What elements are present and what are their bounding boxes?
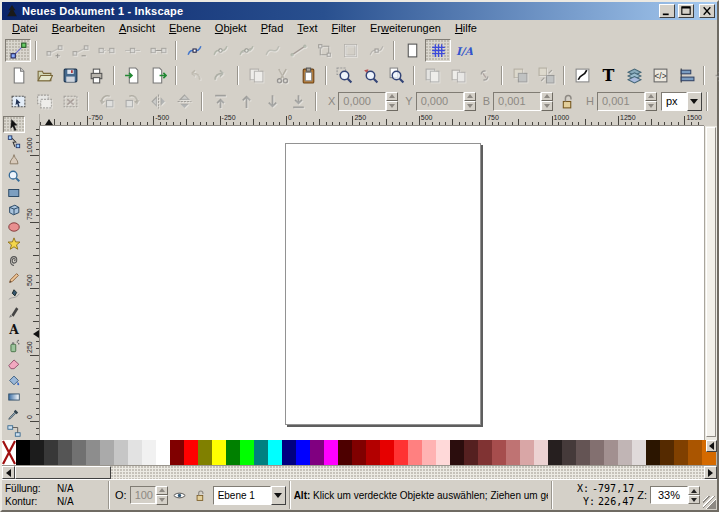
scroll-left-button[interactable]	[2, 466, 15, 479]
menu-ebene[interactable]: Ebene	[162, 21, 208, 36]
copy-button[interactable]	[243, 64, 269, 87]
rect-tool[interactable]	[3, 184, 25, 201]
zoom-drawing-button[interactable]	[357, 64, 383, 87]
deselect-button[interactable]	[57, 90, 83, 113]
flip-vertical-button[interactable]	[171, 90, 197, 113]
clone-button[interactable]	[445, 64, 471, 87]
stroke-to-path-button[interactable]	[337, 39, 363, 62]
preferences-button[interactable]	[709, 64, 719, 87]
rotate-ccw-button[interactable]	[93, 90, 119, 113]
guides-toggle-button[interactable]: I/A	[451, 39, 477, 62]
palette-swatch[interactable]	[674, 440, 688, 465]
minimize-button[interactable]	[659, 4, 675, 18]
horizontal-ruler[interactable]: -750-500-2500250500750100012501500	[40, 114, 704, 126]
align-dialog-button[interactable]	[673, 64, 699, 87]
open-button[interactable]	[31, 64, 57, 87]
node-auto-button[interactable]	[363, 39, 389, 62]
palette-swatch[interactable]	[268, 440, 282, 465]
lock-open-button[interactable]	[553, 90, 579, 113]
segment-line-button[interactable]	[285, 39, 311, 62]
palette-swatch[interactable]	[324, 440, 338, 465]
palette-swatch[interactable]	[198, 440, 212, 465]
width-input[interactable]: 0,001	[493, 92, 553, 111]
selector-tool[interactable]	[3, 116, 25, 133]
palette-swatch[interactable]	[310, 440, 324, 465]
node-insert-button[interactable]	[41, 39, 67, 62]
menu-ansicht[interactable]: Ansicht	[112, 21, 162, 36]
height-input[interactable]: 0,001	[597, 92, 657, 111]
canvas[interactable]	[40, 126, 704, 440]
node-cusp-button[interactable]	[181, 39, 207, 62]
palette-swatch[interactable]	[548, 440, 562, 465]
gradient-tool[interactable]	[3, 388, 25, 405]
palette-swatch[interactable]	[170, 440, 184, 465]
close-button[interactable]	[699, 4, 715, 18]
show-outline-button[interactable]	[399, 39, 425, 62]
zoom-down-button[interactable]	[688, 495, 700, 504]
palette-swatch[interactable]	[618, 440, 632, 465]
dropper-tool[interactable]	[3, 405, 25, 422]
new-document-button[interactable]	[5, 64, 31, 87]
group-button[interactable]	[507, 64, 533, 87]
palette-swatch[interactable]	[114, 440, 128, 465]
layer-selector[interactable]: Ebene 1	[213, 486, 286, 505]
star-tool[interactable]	[3, 235, 25, 252]
zoom-tool[interactable]	[3, 167, 25, 184]
palette-swatch-none[interactable]	[2, 440, 16, 465]
eraser-tool[interactable]	[3, 354, 25, 371]
layer-lock-button[interactable]	[191, 487, 208, 504]
node-edit-button[interactable]	[5, 39, 31, 62]
node-break-button[interactable]	[93, 39, 119, 62]
layer-visibility-button[interactable]	[171, 487, 188, 504]
palette-swatch[interactable]	[562, 440, 576, 465]
palette-swatch[interactable]	[30, 440, 44, 465]
palette-swatch[interactable]	[58, 440, 72, 465]
select-all-layers-button[interactable]	[31, 90, 57, 113]
palette-swatch[interactable]	[240, 440, 254, 465]
palette-swatch[interactable]	[226, 440, 240, 465]
resize-grip[interactable]	[703, 496, 716, 509]
palette-swatch[interactable]	[632, 440, 646, 465]
palette-swatch[interactable]	[394, 440, 408, 465]
node-symmetric-button[interactable]	[233, 39, 259, 62]
unlink-clone-button[interactable]	[471, 64, 497, 87]
redo-button[interactable]	[207, 64, 233, 87]
y-input[interactable]: 0,000	[416, 92, 476, 111]
pencil-tool[interactable]	[3, 269, 25, 286]
export-button[interactable]	[145, 64, 171, 87]
fill-stroke-dialog-button[interactable]	[569, 64, 595, 87]
vertical-ruler[interactable]: 10007505002500	[26, 126, 40, 440]
palette-swatch[interactable]	[128, 440, 142, 465]
flip-horizontal-button[interactable]	[145, 90, 171, 113]
palette-swatch[interactable]	[72, 440, 86, 465]
palette-swatch[interactable]	[534, 440, 548, 465]
opacity-spinner[interactable]: 100	[130, 486, 168, 505]
zoom-up-button[interactable]	[688, 486, 700, 495]
node-join-segment-button[interactable]	[145, 39, 171, 62]
zoom-value[interactable]: 33%	[650, 486, 688, 504]
lower-button[interactable]	[259, 90, 285, 113]
palette-swatch[interactable]	[296, 440, 310, 465]
palette-swatch[interactable]	[212, 440, 226, 465]
raise-to-top-button[interactable]	[207, 90, 233, 113]
palette-swatch[interactable]	[282, 440, 296, 465]
title-bar[interactable]: Neues Dokument 1 - Inkscape	[2, 2, 717, 20]
vertical-scrollbar[interactable]	[704, 114, 717, 440]
palette-swatch[interactable]	[520, 440, 534, 465]
palette-swatch[interactable]	[184, 440, 198, 465]
menu-objekt[interactable]: Objekt	[208, 21, 254, 36]
menu-pfad[interactable]: Pfad	[254, 21, 291, 36]
palette-swatch[interactable]	[660, 440, 674, 465]
horizontal-scroll-thumb[interactable]	[15, 466, 111, 479]
node-delete-button[interactable]	[67, 39, 93, 62]
horizontal-scrollbar[interactable]	[2, 465, 717, 479]
palette-swatch[interactable]	[44, 440, 58, 465]
layer-dropdown-button[interactable]	[271, 486, 286, 505]
ungroup-button[interactable]	[533, 64, 559, 87]
spray-tool[interactable]	[3, 337, 25, 354]
palette-swatch[interactable]	[436, 440, 450, 465]
palette-swatch[interactable]	[492, 440, 506, 465]
zoom-page-button[interactable]	[383, 64, 409, 87]
menu-filter[interactable]: Filter	[324, 21, 362, 36]
opacity-up-button[interactable]	[156, 486, 168, 496]
